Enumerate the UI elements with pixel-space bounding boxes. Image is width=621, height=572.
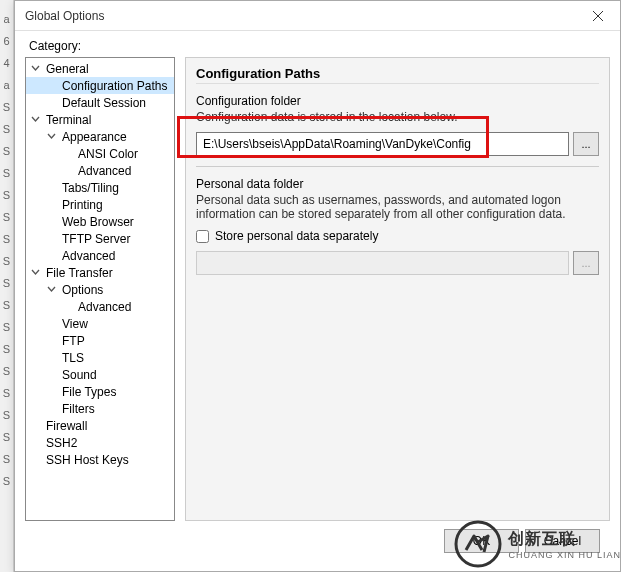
- tree-item-label: FTP: [60, 334, 87, 348]
- tree-toggle-spacer: [46, 352, 57, 363]
- tree-item[interactable]: File Transfer: [26, 264, 174, 281]
- tree-item-label: Advanced: [76, 164, 133, 178]
- tree-toggle-spacer: [46, 199, 57, 210]
- main-area: GeneralConfiguration PathsDefault Sessio…: [25, 57, 610, 521]
- dialog-title: Global Options: [25, 9, 104, 23]
- tree-item[interactable]: Appearance: [26, 128, 174, 145]
- tree-toggle-spacer: [62, 148, 73, 159]
- tree-toggle-spacer: [46, 80, 57, 91]
- tree-item-label: Terminal: [44, 113, 93, 127]
- tree-toggle-spacer: [46, 97, 57, 108]
- tree-item-label: File Transfer: [44, 266, 115, 280]
- tree-toggle-spacer: [30, 454, 41, 465]
- panel-title: Configuration Paths: [196, 64, 599, 84]
- tree-toggle-spacer: [46, 335, 57, 346]
- personal-folder-desc: Personal data such as usernames, passwor…: [196, 193, 599, 221]
- tree-toggle-spacer: [62, 165, 73, 176]
- tree-item-label: Default Session: [60, 96, 148, 110]
- tree-item-label: Web Browser: [60, 215, 136, 229]
- tree-item[interactable]: Printing: [26, 196, 174, 213]
- titlebar: Global Options: [15, 1, 620, 31]
- close-button[interactable]: [582, 4, 614, 28]
- tree-item[interactable]: Options: [26, 281, 174, 298]
- tree-item-label: Options: [60, 283, 105, 297]
- settings-panel: Configuration Paths Configuration folder…: [185, 57, 610, 521]
- tree-item-label: Advanced: [76, 300, 133, 314]
- config-folder-label: Configuration folder: [196, 94, 599, 108]
- tree-item[interactable]: Tabs/Tiling: [26, 179, 174, 196]
- store-separately-label: Store personal data separately: [215, 229, 378, 243]
- personal-folder-label: Personal data folder: [196, 177, 599, 191]
- collapse-icon[interactable]: [30, 63, 41, 74]
- dialog-body: Category: GeneralConfiguration PathsDefa…: [15, 31, 620, 571]
- tree-item[interactable]: TFTP Server: [26, 230, 174, 247]
- tree-toggle-spacer: [46, 386, 57, 397]
- tree-item[interactable]: SSH2: [26, 434, 174, 451]
- collapse-icon[interactable]: [30, 267, 41, 278]
- config-path-input[interactable]: [196, 132, 569, 156]
- category-label: Category:: [25, 39, 610, 53]
- tree-item-label: Tabs/Tiling: [60, 181, 121, 195]
- tree-toggle-spacer: [30, 420, 41, 431]
- tree-item-label: ANSI Color: [76, 147, 140, 161]
- cancel-button[interactable]: Cancel: [525, 529, 600, 553]
- global-options-dialog: Global Options Category: GeneralConfigur…: [14, 0, 621, 572]
- tree-item[interactable]: Firewall: [26, 417, 174, 434]
- tree-item[interactable]: General: [26, 60, 174, 77]
- personal-path-input: [196, 251, 569, 275]
- tree-item[interactable]: ANSI Color: [26, 145, 174, 162]
- category-tree[interactable]: GeneralConfiguration PathsDefault Sessio…: [25, 57, 175, 521]
- store-separately-checkbox[interactable]: [196, 230, 209, 243]
- collapse-icon[interactable]: [46, 284, 57, 295]
- tree-item-label: Printing: [60, 198, 105, 212]
- tree-item[interactable]: Advanced: [26, 298, 174, 315]
- tree-item-label: View: [60, 317, 90, 331]
- tree-item-label: Filters: [60, 402, 97, 416]
- tree-item-label: Firewall: [44, 419, 89, 433]
- tree-toggle-spacer: [46, 318, 57, 329]
- tree-item[interactable]: View: [26, 315, 174, 332]
- config-path-row: ...: [196, 132, 599, 156]
- tree-item[interactable]: File Types: [26, 383, 174, 400]
- tree-toggle-spacer: [46, 233, 57, 244]
- tree-item-label: General: [44, 62, 91, 76]
- tree-toggle-spacer: [62, 301, 73, 312]
- tree-item-label: TLS: [60, 351, 86, 365]
- tree-item-label: File Types: [60, 385, 118, 399]
- tree-item[interactable]: Sound: [26, 366, 174, 383]
- tree-item[interactable]: Advanced: [26, 162, 174, 179]
- tree-item[interactable]: Advanced: [26, 247, 174, 264]
- close-icon: [593, 11, 603, 21]
- tree-toggle-spacer: [46, 216, 57, 227]
- editor-gutter: a64aSSSSSSSSSSSSSSSSSS: [0, 0, 14, 572]
- tree-toggle-spacer: [46, 403, 57, 414]
- tree-item[interactable]: FTP: [26, 332, 174, 349]
- tree-item[interactable]: Terminal: [26, 111, 174, 128]
- divider: [196, 166, 599, 167]
- ok-button[interactable]: OK: [444, 529, 519, 553]
- collapse-icon[interactable]: [46, 131, 57, 142]
- tree-item-label: Advanced: [60, 249, 117, 263]
- tree-item-label: Appearance: [60, 130, 129, 144]
- tree-item-label: Sound: [60, 368, 99, 382]
- tree-item[interactable]: Configuration Paths: [26, 77, 174, 94]
- browse-personal-button: ...: [573, 251, 599, 275]
- personal-path-row: ...: [196, 251, 599, 275]
- config-folder-desc: Configuration data is stored in the loca…: [196, 110, 599, 124]
- tree-toggle-spacer: [46, 250, 57, 261]
- tree-item[interactable]: Default Session: [26, 94, 174, 111]
- browse-config-button[interactable]: ...: [573, 132, 599, 156]
- tree-item[interactable]: TLS: [26, 349, 174, 366]
- tree-toggle-spacer: [46, 182, 57, 193]
- tree-item-label: TFTP Server: [60, 232, 132, 246]
- button-bar: OK Cancel: [25, 521, 610, 561]
- tree-item-label: Configuration Paths: [60, 79, 169, 93]
- store-separately-row: Store personal data separately: [196, 229, 599, 243]
- tree-item-label: SSH Host Keys: [44, 453, 131, 467]
- collapse-icon[interactable]: [30, 114, 41, 125]
- tree-toggle-spacer: [30, 437, 41, 448]
- tree-item[interactable]: Web Browser: [26, 213, 174, 230]
- tree-item-label: SSH2: [44, 436, 79, 450]
- tree-item[interactable]: SSH Host Keys: [26, 451, 174, 468]
- tree-item[interactable]: Filters: [26, 400, 174, 417]
